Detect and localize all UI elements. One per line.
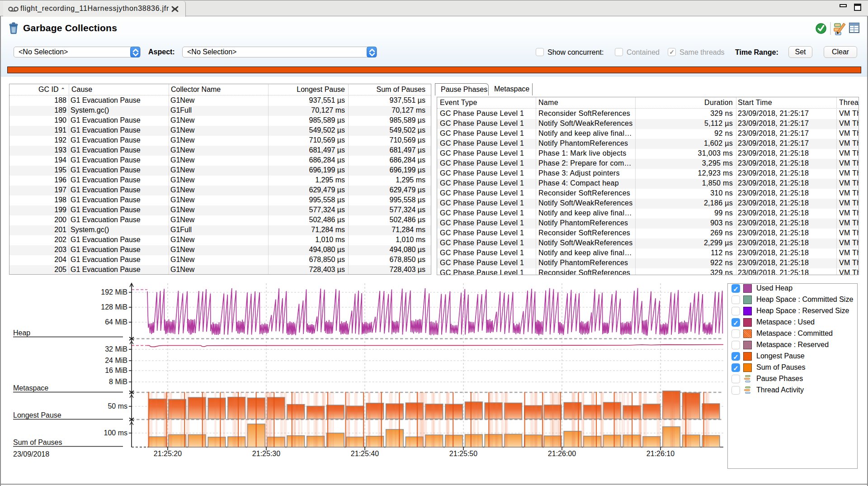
svg-text:16 MiB: 16 MiB — [105, 367, 127, 374]
svg-text:Longest Pause: Longest Pause — [13, 411, 61, 419]
svg-text:128 MiB: 128 MiB — [101, 303, 127, 311]
svg-text:21:26:00: 21:26:00 — [548, 450, 576, 457]
svg-text:21:25:30: 21:25:30 — [252, 450, 280, 457]
svg-text:23/09/2018: 23/09/2018 — [13, 450, 49, 458]
svg-text:Metaspace: Metaspace — [13, 384, 48, 392]
svg-text:21:25:40: 21:25:40 — [351, 450, 379, 457]
svg-text:100 ms: 100 ms — [104, 429, 127, 437]
svg-text:192 MiB: 192 MiB — [101, 288, 127, 296]
svg-text:Heap: Heap — [13, 329, 30, 337]
svg-text:32 MiB: 32 MiB — [105, 345, 127, 353]
svg-text:21:26:10: 21:26:10 — [646, 450, 675, 457]
svg-text:21:25:20: 21:25:20 — [154, 450, 182, 457]
svg-text:21:25:50: 21:25:50 — [449, 450, 477, 457]
svg-text:50 ms: 50 ms — [108, 402, 127, 410]
svg-text:8 MiB: 8 MiB — [109, 378, 127, 386]
svg-text:64 MiB: 64 MiB — [105, 318, 127, 326]
svg-text:24 MiB: 24 MiB — [105, 357, 127, 364]
svg-text:Sum of Pauses: Sum of Pauses — [13, 438, 62, 446]
